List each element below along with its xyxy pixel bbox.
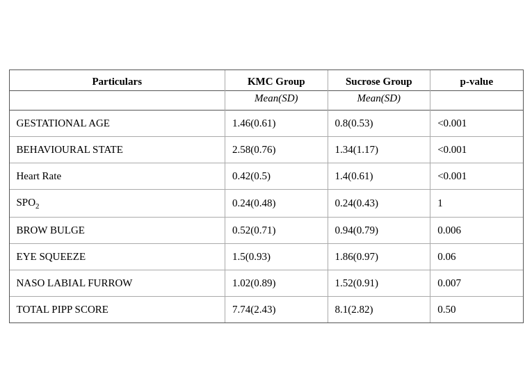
header-row-2: Mean(SD) Mean(SD) [10, 90, 523, 110]
cell-sucrose: 1.52(0.91) [328, 270, 430, 296]
cell-kmc: 1.5(0.93) [225, 243, 328, 270]
header-particulars-sub [10, 90, 225, 110]
header-sucrose-sub: Mean(SD) [328, 90, 430, 110]
cell-pvalue: 0.06 [430, 243, 523, 270]
header-particulars: Particulars [10, 70, 225, 91]
table-body: GESTATIONAL AGE1.46(0.61)0.8(0.53)<0.001… [10, 110, 523, 322]
cell-kmc: 7.74(2.43) [225, 296, 328, 322]
data-table: Particulars KMC Group Sucrose Group p-va… [10, 70, 523, 322]
cell-particular: BROW BULGE [10, 217, 225, 243]
cell-particular: GESTATIONAL AGE [10, 110, 225, 136]
cell-sucrose: 1.34(1.17) [328, 136, 430, 163]
cell-kmc: 0.42(0.5) [225, 163, 328, 189]
table-row: TOTAL PIPP SCORE7.74(2.43)8.1(2.82)0.50 [10, 296, 523, 322]
header-pvalue-sub [430, 90, 523, 110]
cell-particular: NASO LABIAL FURROW [10, 270, 225, 296]
cell-pvalue: <0.001 [430, 110, 523, 136]
cell-particular: SPO2 [10, 189, 225, 217]
cell-kmc: 0.24(0.48) [225, 189, 328, 217]
cell-kmc: 0.52(0.71) [225, 217, 328, 243]
main-table-container: Particulars KMC Group Sucrose Group p-va… [9, 70, 524, 323]
cell-sucrose: 0.94(0.79) [328, 217, 430, 243]
cell-sucrose: 1.4(0.61) [328, 163, 430, 189]
cell-pvalue: 1 [430, 189, 523, 217]
header-row-1: Particulars KMC Group Sucrose Group p-va… [10, 70, 523, 91]
cell-pvalue: 0.006 [430, 217, 523, 243]
cell-sucrose: 8.1(2.82) [328, 296, 430, 322]
table-row: SPO20.24(0.48)0.24(0.43)1 [10, 189, 523, 217]
cell-particular: TOTAL PIPP SCORE [10, 296, 225, 322]
cell-pvalue: <0.001 [430, 163, 523, 189]
cell-sucrose: 1.86(0.97) [328, 243, 430, 270]
cell-particular: BEHAVIOURAL STATE [10, 136, 225, 163]
cell-kmc: 1.02(0.89) [225, 270, 328, 296]
cell-pvalue: 0.007 [430, 270, 523, 296]
table-row: NASO LABIAL FURROW1.02(0.89)1.52(0.91)0.… [10, 270, 523, 296]
table-row: GESTATIONAL AGE1.46(0.61)0.8(0.53)<0.001 [10, 110, 523, 136]
table-row: BROW BULGE0.52(0.71)0.94(0.79)0.006 [10, 217, 523, 243]
cell-particular: EYE SQUEEZE [10, 243, 225, 270]
cell-sucrose: 0.8(0.53) [328, 110, 430, 136]
header-sucrose: Sucrose Group [328, 70, 430, 91]
table-row: Heart Rate0.42(0.5)1.4(0.61)<0.001 [10, 163, 523, 189]
cell-kmc: 1.46(0.61) [225, 110, 328, 136]
header-kmc: KMC Group [225, 70, 328, 91]
cell-pvalue: 0.50 [430, 296, 523, 322]
cell-pvalue: <0.001 [430, 136, 523, 163]
header-kmc-sub: Mean(SD) [225, 90, 328, 110]
table-row: BEHAVIOURAL STATE2.58(0.76)1.34(1.17)<0.… [10, 136, 523, 163]
header-pvalue: p-value [430, 70, 523, 91]
cell-kmc: 2.58(0.76) [225, 136, 328, 163]
table-row: EYE SQUEEZE1.5(0.93)1.86(0.97)0.06 [10, 243, 523, 270]
cell-sucrose: 0.24(0.43) [328, 189, 430, 217]
cell-particular: Heart Rate [10, 163, 225, 189]
